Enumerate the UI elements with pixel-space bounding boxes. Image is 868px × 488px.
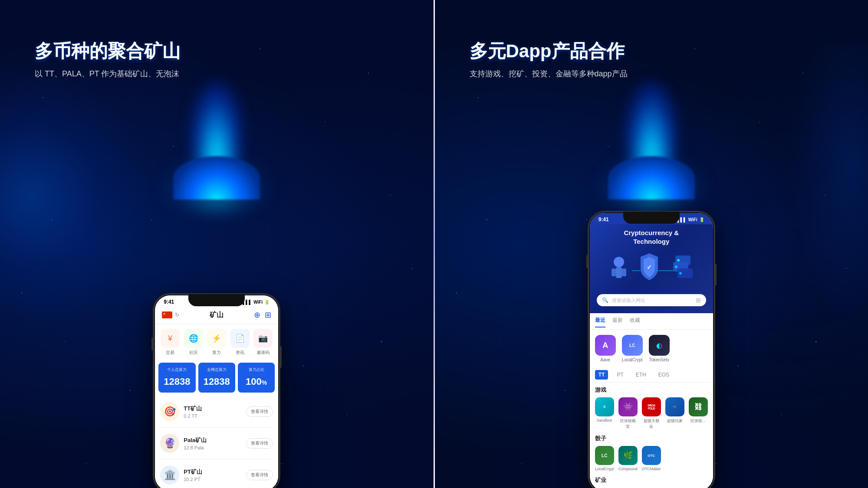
wifi-icon: WiFi	[253, 300, 263, 305]
trade-icon: ¥	[161, 329, 180, 348]
tt-name: TT矿山	[184, 405, 246, 413]
stats-row: 个人总算力 12838 全网总算力 12838 算力占比 100%	[155, 363, 278, 393]
pt-detail-btn[interactable]: 查看详情	[246, 470, 273, 480]
crypto-illustration: ✓	[599, 249, 704, 292]
right-side-btn-left	[586, 255, 588, 268]
recent-apps-row: A Aave LC LocalCrypt ◐ Toke	[590, 330, 713, 365]
mining-item-pala: 🔮 Pala矿山 12.8 Pala 查看详情	[160, 428, 273, 459]
search-placeholder: 搜索或输入网址	[612, 297, 692, 304]
blockchain2-label: 区块链...	[690, 418, 706, 424]
dice-compound-icon: 🌿	[618, 446, 638, 465]
recent-app-aave[interactable]: A Aave	[595, 335, 616, 362]
left-app-header: ↻ 矿山 ⊕ ⊞	[155, 307, 278, 324]
dice-compound-label: Compound	[618, 467, 638, 471]
left-status-icons: ▌▌▌ WiFi 🔋	[243, 300, 270, 305]
side-btn-left	[151, 337, 153, 350]
right-wifi-icon: WiFi	[688, 217, 697, 222]
game-blockchain2[interactable]: ⛓ 区块链...	[689, 397, 708, 429]
pala-amount: 12.8 Pala	[184, 445, 246, 450]
dice-localcrypt[interactable]: LC LocalCrypt	[595, 446, 614, 471]
tab-favorites[interactable]: 收藏	[630, 317, 640, 328]
stat-ratio-value: 100%	[240, 376, 272, 387]
right-panel: 多元Dapp产品合作 支持游戏、挖矿、投资、金融等多种dapp产品 9:41 ▌…	[435, 0, 868, 488]
planet-core-right	[608, 156, 695, 200]
nav-item-trade[interactable]: ¥ 交易	[161, 329, 180, 356]
pala-icon: 🔮	[160, 434, 179, 453]
tt-amount: 0.2 TT	[184, 413, 246, 419]
tab-recent[interactable]: 最近	[595, 317, 605, 328]
right-phone-inner: 9:41 ▌▌▌ WiFi 🔋 Cryptocurrency & Technol…	[590, 213, 713, 488]
nav-item-news[interactable]: 📄 资讯	[230, 329, 250, 356]
dice-localcrypt-icon: LC	[595, 446, 614, 465]
game-sandbox[interactable]: S Sandbox	[595, 397, 614, 429]
category-mining: 矿业	[595, 476, 708, 484]
wallet-icon[interactable]: ⊕	[254, 310, 260, 320]
tokensets-label: TokenSets	[649, 357, 669, 362]
metropolis-label: 超级大都会	[642, 418, 661, 429]
search-icon: 🔍	[602, 297, 608, 303]
dice-otcmaker[interactable]: OTC OTCMaker	[642, 446, 661, 471]
blockchain2-icon: ⛓	[689, 397, 708, 416]
chain-tab-pt[interactable]: PT	[613, 370, 627, 380]
supergamer-label: 超级玩家	[667, 418, 683, 424]
svg-point-8	[677, 259, 680, 262]
nav-item-community[interactable]: 🌐 社区	[184, 329, 203, 356]
category-dice: 骰子	[595, 435, 708, 442]
stat-network-label: 全网总算力	[201, 367, 233, 373]
game-supergamer[interactable]: 🎮 超级玩家	[665, 397, 684, 429]
search-bar[interactable]: 🔍 搜索或输入网址 ⊞	[597, 294, 706, 306]
localcrypt-icon: LC	[622, 335, 643, 356]
tab-latest[interactable]: 最新	[612, 317, 623, 328]
left-phone-container: 9:41 ▌▌▌ WiFi 🔋 ↻ 矿山 ⊕	[154, 294, 279, 488]
dapp-illustration: ✓	[597, 249, 706, 292]
nav-label-trade: 交易	[166, 350, 174, 356]
mining-list: 🎯 TT矿山 0.2 TT 查看详情 🔮 Pala矿山	[155, 396, 278, 488]
right-phone-container: 9:41 ▌▌▌ WiFi 🔋 Cryptocurrency & Technol…	[589, 212, 714, 488]
category-games: 游戏	[595, 386, 708, 394]
svg-rect-2	[612, 269, 616, 276]
community-icon: 🌐	[184, 329, 203, 348]
stat-network: 全网总算力 12838	[198, 363, 235, 393]
right-status-time: 9:41	[598, 216, 609, 223]
chain-tab-tt[interactable]: TT	[595, 370, 608, 380]
sandbox-icon: S	[595, 397, 614, 416]
tokensets-icon: ◐	[649, 335, 670, 356]
recent-app-tokensets[interactable]: ◐ TokenSets	[649, 335, 670, 362]
nav-icons-row: ¥ 交易 🌐 社区 ⚡ 算力	[155, 324, 278, 359]
stat-network-value: 12838	[201, 376, 233, 387]
pala-info: Pala矿山 12.8 Pala	[184, 436, 246, 450]
sandbox-label: Sandbox	[597, 418, 612, 422]
power-icon: ⚡	[207, 329, 226, 348]
dice-row: LC LocalCrypt 🌿 Compound OT	[595, 446, 708, 471]
side-btn-right	[280, 346, 282, 368]
recent-app-localcrypt[interactable]: LC LocalCrypt	[622, 335, 643, 362]
dapp-header: Cryptocurrency & Technology	[590, 224, 713, 313]
dice-compound[interactable]: 🌿 Compound	[618, 446, 638, 471]
qr-icon[interactable]: ⊞	[265, 310, 271, 320]
pala-detail-btn[interactable]: 查看详情	[246, 438, 273, 449]
chain-tab-eos[interactable]: EOS	[655, 370, 673, 380]
nav-label-power: 算力	[212, 350, 221, 356]
svg-text:✓: ✓	[647, 264, 652, 271]
svg-rect-1	[616, 267, 622, 278]
left-main-title: 多币种的聚合矿山	[35, 39, 399, 63]
game-metropolis[interactable]: MEGA POLIS 超级大都会	[642, 397, 661, 429]
nav-item-invite[interactable]: 📷 邀请码	[253, 329, 273, 356]
game-blockchain[interactable]: 👾 区块链截堂	[618, 397, 638, 429]
refresh-icon[interactable]: ↻	[175, 312, 179, 318]
chain-tab-eth[interactable]: ETH	[632, 370, 650, 380]
nav-item-power[interactable]: ⚡ 算力	[207, 329, 226, 356]
planet-glow-left	[151, 69, 282, 200]
left-panel: 多币种的聚合矿山 以 TT、PALA、PT 作为基础矿山、无泡沫 9:41 ▌▌…	[0, 0, 434, 488]
svg-point-10	[679, 272, 682, 275]
tt-detail-btn[interactable]: 查看详情	[246, 406, 273, 417]
dice-otcmaker-icon: OTC	[642, 446, 661, 465]
flag-icon	[162, 311, 172, 318]
left-phone-inner: 9:41 ▌▌▌ WiFi 🔋 ↻ 矿山 ⊕	[155, 295, 278, 488]
metropolis-icon: MEGA POLIS	[642, 397, 661, 416]
left-phone-frame: 9:41 ▌▌▌ WiFi 🔋 ↻ 矿山 ⊕	[154, 294, 279, 488]
right-notch	[623, 212, 680, 224]
right-status-icons: ▌▌▌ WiFi 🔋	[677, 217, 704, 222]
aave-label: Aave	[600, 357, 610, 362]
stat-personal-label: 个人总算力	[161, 367, 193, 373]
